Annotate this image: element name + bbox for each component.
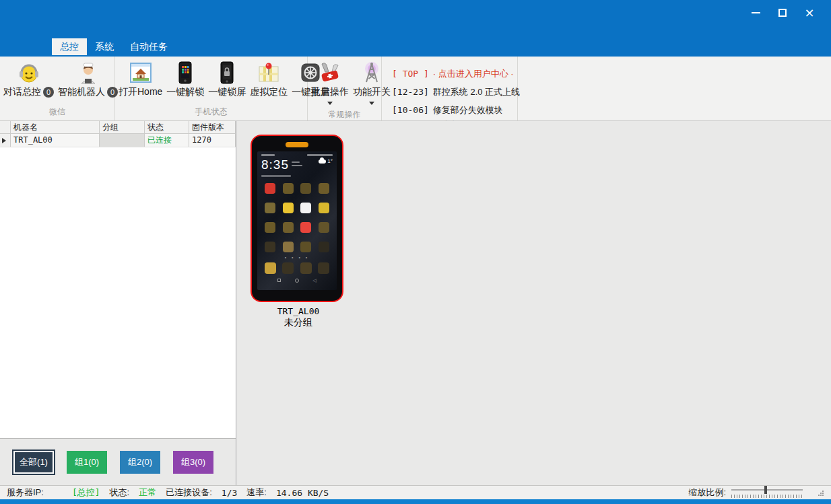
maximize-icon: [778, 9, 787, 17]
connected-devices-label: 已连接设备:: [166, 487, 212, 499]
tab-auto-tasks[interactable]: 自动任务: [122, 38, 176, 55]
zoom-scale-label: 缩放比例:: [688, 487, 726, 499]
ribbon: 对话总控 0 智能机器人 0 微信: [0, 55, 831, 121]
cell-firmware: 1270: [189, 134, 236, 147]
phone-unlock-icon: [174, 61, 197, 84]
phone-app-icon: [318, 262, 329, 274]
ribbon-group-phone-state: 打开Home 一键解锁 一键锁屏: [115, 57, 308, 120]
map-pin-icon: [257, 61, 280, 84]
one-key-unlock-button[interactable]: 一键解锁: [164, 60, 206, 100]
phone-app-icon: [265, 262, 276, 274]
resize-grip-icon[interactable]: [818, 489, 824, 499]
one-key-lockscreen-button[interactable]: 一键锁屏: [206, 60, 248, 100]
phone-app-icon: [300, 222, 311, 233]
device-card[interactable]: 8:35 1° • • • •: [251, 135, 346, 329]
announcement-item[interactable]: [12-23]群控系统 2.0 正式上线: [392, 83, 520, 101]
announcement-item[interactable]: [10-06]修复部分失效模块: [392, 101, 520, 119]
phone-app-icon: [283, 242, 294, 252]
phone-app-icon: [265, 222, 275, 233]
zoom-slider[interactable]: [731, 488, 803, 498]
antenna-icon: [360, 61, 383, 84]
phone-clock: 8:35: [261, 158, 289, 172]
announcement-list: [ TOP ]· 点击进入用户中心 · [12-23]群控系统 2.0 正式上线…: [383, 60, 520, 119]
window-controls: ×: [742, 4, 823, 22]
phone-app-icon: [283, 183, 294, 194]
cell-group: [100, 134, 145, 147]
phone-app-icon: [283, 222, 294, 233]
device-screen-thumbnail[interactable]: 8:35 1° • • • •: [251, 135, 343, 302]
ribbon-group-common-ops: 批量操作 功能开关 常规操作: [308, 57, 382, 120]
minimize-button[interactable]: [742, 4, 769, 22]
one-key-unlock-label: 一键解锁: [166, 86, 204, 98]
swiss-knife-icon: [319, 61, 341, 84]
close-button[interactable]: ×: [796, 4, 823, 22]
column-firmware[interactable]: 固件版本: [189, 121, 236, 133]
group-button-1[interactable]: 组1(0): [67, 451, 107, 474]
mode-indicator: [总控]: [72, 487, 100, 499]
cell-status: 已连接: [145, 134, 189, 147]
ribbon-group-wechat: 对话总控 0 智能机器人 0 微信: [0, 57, 115, 120]
rate-label: 速率:: [246, 487, 267, 499]
nav-back-icon: ◁: [312, 278, 316, 283]
phone-app-icon: [265, 183, 275, 194]
cell-machine-name: TRT_AL00: [11, 134, 100, 147]
virtual-location-button[interactable]: 虚拟定位: [248, 60, 290, 100]
announcement-tag: [12-23]: [392, 87, 429, 97]
tab-strip: 总控 系统 自动任务: [0, 38, 831, 55]
feature-switch-dropdown-icon[interactable]: [369, 102, 374, 108]
nav-recents-icon: [277, 279, 281, 282]
close-icon: ×: [804, 7, 814, 19]
header-selector-cell: [0, 121, 11, 133]
phone-app-icon: [265, 203, 275, 213]
device-table: 机器名 分组 状态 固件版本 TRT_AL00 已连接 1270: [0, 121, 236, 147]
open-home-button[interactable]: 打开Home: [117, 60, 164, 100]
announcement-tag: [10-06]: [392, 105, 429, 115]
virtual-location-label: 虚拟定位: [250, 86, 288, 98]
announcement-tag: [ TOP ]: [392, 69, 429, 79]
column-status[interactable]: 状态: [145, 121, 189, 133]
one-key-lockscreen-label: 一键锁屏: [208, 86, 246, 98]
batch-operations-dropdown-icon[interactable]: [327, 102, 333, 108]
tab-system[interactable]: 系统: [87, 38, 122, 55]
announcement-text: · 点击进入用户中心 ·: [433, 69, 514, 79]
announcement-top[interactable]: [ TOP ]· 点击进入用户中心 ·: [392, 65, 520, 83]
home-icon: [129, 61, 152, 84]
status-value: 正常: [139, 487, 156, 499]
smart-robot-label: 智能机器人: [58, 86, 105, 98]
phone-app-icon: [300, 183, 311, 194]
dialog-master-button[interactable]: 对话总控 0: [1, 60, 56, 100]
tab-master-control[interactable]: 总控: [52, 38, 87, 55]
table-row[interactable]: TRT_AL00 已连接 1270: [0, 134, 236, 147]
phone-app-icon: [283, 203, 294, 213]
group-button-3[interactable]: 组3(0): [173, 451, 213, 474]
phone-dock: [261, 262, 333, 274]
maximize-button[interactable]: [769, 4, 796, 22]
zoom-slider-thumb[interactable]: [764, 486, 767, 494]
phone-statusbar-left: [261, 154, 275, 156]
phone-app-icon: [319, 222, 329, 233]
phone-app-grid: [261, 183, 333, 252]
status-label: 状态:: [110, 487, 130, 499]
dialog-master-count-badge: 0: [43, 87, 54, 98]
phone-app-icon: [282, 262, 294, 274]
phone-screen: 8:35 1° • • • •: [257, 151, 337, 290]
group-button-all[interactable]: 全部(1): [13, 451, 54, 474]
dialog-master-label: 对话总控: [3, 86, 41, 98]
server-ip-label: 服务器IP:: [7, 487, 44, 499]
batch-operations-label: 批量操作: [311, 86, 349, 98]
ribbon-group-wechat-label: 微信: [0, 106, 114, 120]
bottom-accent-strip: [0, 499, 831, 504]
phone-app-icon: [319, 203, 329, 213]
smart-robot-button[interactable]: 智能机器人 0: [56, 60, 120, 100]
minimize-icon: [752, 12, 760, 13]
announcement-text: 修复部分失效模块: [433, 105, 503, 115]
phone-app-icon: [300, 262, 312, 274]
batch-operations-button[interactable]: 批量操作: [309, 60, 351, 109]
group-button-2[interactable]: 组2(0): [120, 451, 160, 474]
zoom-slider-ticks: [731, 495, 803, 498]
open-home-label: 打开Home: [119, 86, 162, 98]
column-machine-name[interactable]: 机器名: [11, 121, 100, 133]
group-filter-bar: 全部(1) 组1(0) 组2(0) 组3(0): [0, 438, 236, 485]
column-group[interactable]: 分组: [100, 121, 145, 133]
device-list-empty-area: [0, 147, 236, 438]
